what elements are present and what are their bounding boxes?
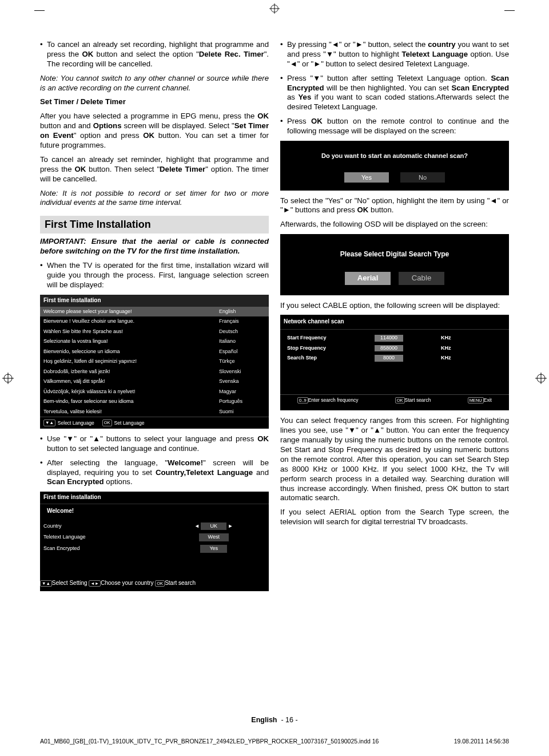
table-row: Selezionate la vostra lingua!Italiano	[40, 337, 269, 347]
dialog-question: Do you want to start an automatic channe…	[280, 141, 509, 169]
table-row: Dobrodošli, izberite vaš jezik!Slovenski	[40, 367, 269, 377]
yes-button[interactable]: Yes	[344, 172, 389, 183]
netscan-table: Start Frequency114000KHz Stop Frequency8…	[285, 333, 468, 363]
indd-file: A01_MB60_[GB]_(01-TV)_1910UK_IDTV_TC_PVR…	[40, 738, 379, 745]
freq-value: 858000	[375, 345, 403, 352]
footer-page: - 16 -	[281, 716, 297, 724]
table-row: Teletext LanguageWest	[40, 532, 269, 543]
osd-hint-bar: ▼▲Select Language OKSet Language	[40, 417, 269, 429]
table-row: Start Frequency114000KHz	[285, 333, 468, 343]
table-row: Tervetuloa, valitse kielesi!Suomi	[40, 407, 269, 417]
dialog-buttons: Yes No	[280, 169, 509, 191]
text: button and select the option "	[93, 50, 199, 58]
para-osd-displayed: Afterwards, the following OSD will be di…	[280, 220, 509, 229]
bullet-wizard: • When the TV is operated for the first …	[40, 261, 269, 290]
osd-title: First time installation	[40, 295, 269, 307]
osd-title: Network channel scan	[280, 315, 509, 330]
key-icon: OK	[102, 419, 112, 426]
freq-value: 8000	[375, 355, 403, 362]
registration-mark-top	[269, 3, 280, 14]
cable-button[interactable]: Cable	[399, 272, 444, 285]
osd-language-selection: First time installation Welcome please s…	[40, 295, 269, 429]
up-arrow-icon: ▲	[93, 434, 100, 444]
osd-search-type: Please Select Digital Search Type Aerial…	[280, 234, 509, 295]
text-bold: Delete Rec. Timer	[199, 50, 264, 58]
no-button[interactable]: No	[400, 172, 445, 183]
osd-subtitle: Welcome!	[40, 504, 269, 521]
table-row: Hoş geldiniz, lütfen dil seçiminizi yapı…	[40, 357, 269, 367]
down-arrow-icon: ▼	[66, 434, 74, 444]
table-row: Stop Frequency858000KHz	[285, 343, 468, 354]
osd-hint-bar: 0..9Enter search frequency OKStart searc…	[280, 394, 509, 406]
table-row: Search Step8000KHz	[285, 353, 468, 363]
registration-mark-left	[2, 373, 14, 384]
para-aerial-option: If you select AERIAL option from the Sea…	[280, 508, 509, 527]
osd-dialog-autoscan: Do you want to start an automatic channe…	[280, 141, 509, 191]
registration-mark-right	[535, 373, 547, 384]
down-arrow-icon: ▼	[348, 426, 356, 436]
key-icon: 0..9	[297, 397, 308, 404]
para-cable-option: If you select CABLE option, the followin…	[280, 301, 509, 311]
note-text: Note: You cannot switch to any other cha…	[40, 74, 269, 92]
important-text: IMPORTANT: Ensure that the aerial or cab…	[40, 237, 269, 255]
osd-title: First time installation	[40, 492, 269, 504]
osd-settings-table: Country◄ UK ► Teletext LanguageWest Scan…	[40, 521, 269, 555]
right-arrow-icon: ►	[228, 523, 233, 529]
table-row: Wählen Sie bitte Ihre Sprache aus!Deutsc…	[40, 327, 269, 337]
aerial-button[interactable]: Aerial	[345, 272, 391, 285]
bullet-welcome-screen: • After selecting the language, "Welcome…	[40, 458, 269, 488]
footer-lang: English	[251, 716, 277, 724]
left-arrow-icon: ◄	[194, 523, 200, 529]
table-row: Bienvenido, seleccione un idiomaEspañol	[40, 347, 269, 357]
table-row: Üdvözöljük, kérjük válassza ki a nyelvet…	[40, 387, 269, 397]
search-type-label: Please Select Digital Search Type	[280, 250, 509, 259]
page: • To cancel an already set recording, hi…	[0, 0, 549, 756]
osd-language-table: Welcome please select your language!Engl…	[40, 307, 269, 417]
right-column: • By pressing "◄" or "►" button, select …	[280, 40, 509, 597]
key-icon: OK	[395, 397, 405, 404]
table-row: Country◄ UK ►	[40, 521, 269, 532]
key-icon: MENU	[468, 397, 484, 404]
left-arrow-icon: ◄	[332, 40, 339, 50]
table-row: Welcome please select your language!Engl…	[40, 307, 269, 317]
note-text: Note: It is not possible to record or se…	[40, 189, 269, 207]
search-type-buttons: Aerial Cable	[280, 272, 509, 285]
down-arrow-icon: ▼	[326, 50, 333, 60]
right-arrow-icon: ►	[283, 205, 291, 215]
bullet-press-ok: • Press OK button on the remote control …	[280, 117, 509, 136]
two-column-layout: • To cancel an already set recording, hi…	[40, 40, 509, 597]
left-arrow-icon: ◄	[290, 60, 297, 69]
para-freq-ranges: You can select frequency ranges from thi…	[280, 416, 509, 503]
page-footer: English - 16 -	[0, 716, 549, 724]
selected-value: Yes	[200, 545, 227, 553]
bullet-select-language: • Use "▼" or "▲" buttons to select your …	[40, 434, 269, 454]
osd-network-scan: Network channel scan Start Frequency1140…	[280, 315, 509, 410]
right-arrow-icon: ►	[313, 60, 321, 69]
bullet-select-country: • By pressing "◄" or "►" button, select …	[280, 40, 509, 69]
bullet-scan-encrypted: • Press "▼" button after setting Teletex…	[280, 74, 509, 113]
key-icon: ▼▲	[40, 580, 52, 587]
up-arrow-icon: ▲	[373, 426, 381, 436]
table-row: Bem-vindo, favor selecionar seu idiomaPo…	[40, 397, 269, 407]
indd-date: 19.08.2011 14:56:38	[454, 738, 509, 745]
osd-hint-bar: ▼▲Select Setting ◄►Choose your country O…	[40, 580, 269, 587]
subhead-set-timer: Set Timer / Delete Timer	[40, 97, 269, 107]
bullet-cancel-recording: • To cancel an already set recording, hi…	[40, 40, 269, 69]
down-arrow-icon: ▼	[313, 74, 320, 84]
para-select-yes-no: To select the "Yes" or "No" option, high…	[280, 196, 509, 216]
indesign-slug: A01_MB60_[GB]_(01-TV)_1910UK_IDTV_TC_PVR…	[40, 738, 509, 745]
para-cancel-reminder: To cancel an already set reminder, highl…	[40, 155, 269, 184]
freq-value: 114000	[375, 335, 403, 342]
text-bold: OK	[82, 50, 93, 58]
table-row: Välkommen, välj ditt språk!Svenska	[40, 377, 269, 387]
key-icon: OK	[155, 580, 165, 587]
left-arrow-icon: ◄	[490, 196, 497, 206]
table-row: Scan EncryptedYes	[40, 543, 269, 555]
para-set-timer: After you have selected a programme in E…	[40, 112, 269, 151]
table-row: Bienvenue ! Veuillez choisir une langue.…	[40, 316, 269, 327]
key-icon: ▼▲	[43, 419, 55, 426]
selected-value: UK	[201, 523, 226, 531]
osd-welcome: First time installation Welcome! Country…	[40, 492, 269, 591]
left-column: • To cancel an already set recording, hi…	[40, 40, 269, 597]
selected-value: West	[199, 533, 229, 541]
